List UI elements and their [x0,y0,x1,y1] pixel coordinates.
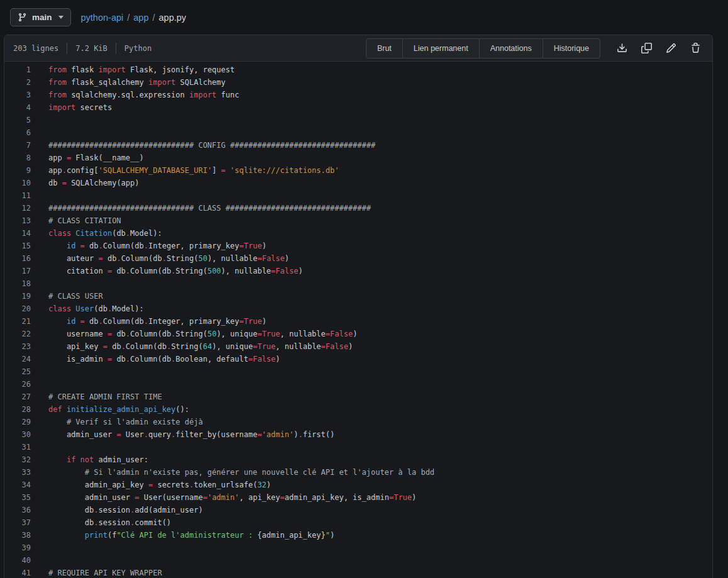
line-number[interactable]: 15 [4,240,37,252]
code-line: 39 [4,542,712,554]
file-info: 203 lignes 7.2 KiB Python [13,43,152,54]
delete-button[interactable] [688,40,703,56]
copy-icon [641,43,652,53]
line-content: # CLASS USER [37,290,103,303]
code-line: 25 [4,365,712,378]
line-number[interactable]: 2 [4,76,37,89]
line-content: app = Flask(__name__) [37,152,144,164]
blame-button[interactable]: Annotations [479,38,543,58]
breadcrumb-repo-link[interactable]: python-api [81,13,124,23]
line-content: db.session.add(admin_user) [37,504,203,516]
line-number[interactable]: 14 [4,227,37,240]
file-view-panel: 203 lignes 7.2 KiB Python Brut Lien perm… [4,35,713,578]
raw-button[interactable]: Brut [366,38,403,58]
history-button[interactable]: Historique [543,38,600,58]
line-number[interactable]: 18 [4,277,37,290]
line-number[interactable]: 26 [4,378,37,391]
line-content [37,378,48,391]
line-number[interactable]: 19 [4,290,37,303]
line-number[interactable]: 17 [4,265,37,277]
line-number[interactable]: 8 [4,152,37,164]
divider [116,43,116,54]
line-number[interactable]: 25 [4,365,37,378]
line-content: db = SQLAlchemy(app) [37,177,140,189]
download-button[interactable] [614,40,630,56]
line-number[interactable]: 24 [4,353,37,365]
line-number[interactable]: 16 [4,252,37,265]
line-number[interactable]: 10 [4,177,37,189]
line-content: username = db.Column(db.String(50), uniq… [37,328,357,340]
edit-button[interactable] [663,40,679,56]
line-number[interactable]: 4 [4,101,37,114]
line-content: from flask_sqlalchemy import SQLAlchemy [37,76,226,89]
code-line: 1from flask import Flask, jsonify, reque… [4,64,712,76]
code-line: 31 [4,441,712,453]
line-content: id = db.Column(db.Integer, primary_key=T… [37,240,267,252]
line-content: print(f"Clé API de l'administrateur : {a… [37,529,334,542]
code-line: 41# REQUIRE API KEY WRAPPER [4,567,712,578]
line-content: class Citation(db.Model): [37,227,162,240]
line-number[interactable]: 29 [4,416,37,428]
line-number[interactable]: 31 [4,441,37,453]
line-number[interactable]: 3 [4,89,37,101]
code-line: 10db = SQLAlchemy(app) [4,177,712,189]
line-number[interactable]: 40 [4,554,37,567]
line-content: # Si l'admin n'existe pas, générer une n… [37,466,434,479]
code-line: 29 # Verif si l'admin existe déjà [4,416,712,428]
code-line: 15 id = db.Column(db.Integer, primary_ke… [4,240,712,252]
line-number[interactable]: 38 [4,529,37,542]
line-content: citation = db.Column(db.String(500), nul… [37,265,303,277]
line-number[interactable]: 21 [4,315,37,328]
line-number[interactable]: 37 [4,516,37,529]
code-line: 30 admin_user = User.query.filter_by(use… [4,428,712,441]
breadcrumb-separator: / [127,13,130,23]
file-header: 203 lignes 7.2 KiB Python Brut Lien perm… [4,35,712,62]
line-number[interactable]: 22 [4,328,37,340]
line-number[interactable]: 35 [4,491,37,504]
code-line: 34 admin_api_key = secrets.token_urlsafe… [4,479,712,491]
file-language: Python [124,44,152,53]
copy-button[interactable] [639,40,654,56]
line-content [37,542,48,554]
code-line: 22 username = db.Column(db.String(50), u… [4,328,712,340]
line-content: auteur = db.Column(db.String(50), nullab… [37,252,289,265]
line-number[interactable]: 6 [4,126,37,139]
line-content [37,114,48,126]
line-number[interactable]: 11 [4,189,37,202]
line-number[interactable]: 36 [4,504,37,516]
line-number[interactable]: 28 [4,403,37,416]
line-content [37,441,48,453]
line-content: def initialize_admin_api_key(): [37,403,189,416]
line-number[interactable]: 34 [4,479,37,491]
breadcrumb-dir-link[interactable]: app [133,13,148,23]
line-number[interactable]: 32 [4,453,37,466]
line-number[interactable]: 1 [4,64,37,76]
line-number[interactable]: 39 [4,542,37,554]
line-number[interactable]: 13 [4,214,37,227]
line-number[interactable]: 9 [4,164,37,177]
line-content: db.session.commit() [37,516,171,529]
pencil-icon [666,43,676,53]
line-number[interactable]: 7 [4,139,37,152]
code-line: 4import secrets [4,101,712,114]
line-content: app.config['SQLALCHEMY_DATABASE_URI'] = … [37,164,339,177]
permalink-button[interactable]: Lien permanent [402,38,480,58]
breadcrumb-separator: / [152,13,155,23]
line-content: ################################ CONFIG … [37,139,375,152]
line-number[interactable]: 41 [4,567,37,578]
line-content [37,554,48,567]
line-number[interactable]: 20 [4,303,37,315]
branch-selector[interactable]: main [10,8,71,26]
line-content [37,277,48,290]
line-number[interactable]: 23 [4,340,37,353]
code-line: 28def initialize_admin_api_key(): [4,403,712,416]
line-number[interactable]: 12 [4,202,37,214]
line-number[interactable]: 27 [4,391,37,403]
line-number[interactable]: 30 [4,428,37,441]
line-number[interactable]: 33 [4,466,37,479]
code-line: 16 auteur = db.Column(db.String(50), nul… [4,252,712,265]
code-line: 27# CREATE ADMIN FIRST TIME [4,391,712,403]
code-line: 21 id = db.Column(db.Integer, primary_ke… [4,315,712,328]
line-number[interactable]: 5 [4,114,37,126]
code-line: 20class User(db.Model): [4,303,712,315]
